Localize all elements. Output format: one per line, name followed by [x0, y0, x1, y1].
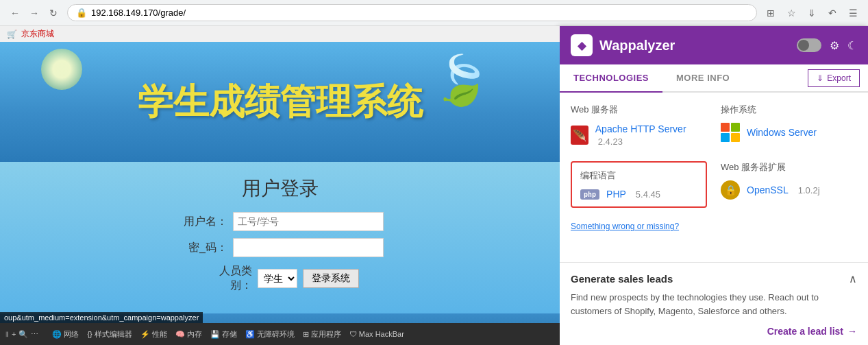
page-header: 🍃 学生成绩管理系统 — [0, 42, 560, 162]
bottom-bar-style[interactable]: {} 样式编辑器 — [87, 329, 132, 340]
status-bar: oup&utm_medium=extension&utm_campaign=wa… — [0, 312, 203, 323]
login-title: 用户登录 — [242, 176, 319, 202]
wapp-header: ◆ Wappalyzer ⚙ ☾ — [560, 26, 868, 64]
leaf-icon: 🍃 — [432, 52, 491, 108]
toggle-switch[interactable] — [797, 38, 821, 52]
sales-leads-header: Generate sales leads ∧ — [571, 272, 857, 285]
storage-icon: 💾 — [210, 330, 220, 339]
sales-leads-title: Generate sales leads — [571, 273, 673, 285]
wapp-logo-icon: ◆ — [571, 34, 593, 56]
apache-version: 2.4.23 — [598, 136, 623, 147]
win-quad-1 — [721, 123, 730, 132]
os-title: 操作系统 — [721, 104, 857, 116]
browser-right-icons: ⊞ ☆ ⇓ ↶ ☰ — [762, 5, 861, 21]
bottom-bar-network[interactable]: 🌐 网络 — [52, 329, 79, 340]
php-badge-icon: php — [580, 189, 599, 200]
memory-icon: 🧠 — [175, 330, 185, 339]
password-row: 密_码： — [176, 238, 384, 257]
web-server-ext-title: Web 服务器扩展 — [721, 161, 857, 174]
address-bar[interactable]: 🔒 192.168.149.170/grade/ — [67, 4, 757, 21]
openssl-icon: 🔒 — [721, 180, 740, 200]
bottom-bar-zoom[interactable]: 🔍 — [18, 330, 28, 339]
forward-icon[interactable]: → — [26, 5, 42, 21]
accessibility-icon: ♿ — [245, 330, 255, 339]
wapp-title: Wappalyzer — [599, 38, 675, 53]
main-wrapper: 🛒 京东商城 🍃 学生成绩管理系统 用户登录 用户名： 密_码： 人员类别： — [0, 26, 868, 345]
username-label: 用户名： — [176, 215, 227, 229]
os-section: 操作系统 Windows Server — [721, 104, 857, 147]
php-version: 5.4.45 — [636, 189, 660, 200]
bottom-bar-perf[interactable]: ⚡ 性能 — [140, 329, 167, 340]
sales-leads-section: Generate sales leads ∧ Find new prospect… — [560, 262, 868, 345]
browser-chrome: ← → ↻ 🔒 192.168.149.170/grade/ ⊞ ☆ ⇓ ↶ ☰ — [0, 0, 868, 26]
tab-more-info[interactable]: MORE INFO — [662, 64, 743, 91]
wapp-tabs: TECHNOLOGIES MORE INFO ⇓ Export — [560, 64, 868, 93]
tech-two-col: Web 服务器 🪶 Apache HTTP Server 2.4.23 操作系统 — [571, 104, 857, 222]
bottom-bar-apps[interactable]: ⊞ 应用程序 — [303, 329, 341, 340]
wappalyzer-panel: ◆ Wappalyzer ⚙ ☾ TECHNOLOGIES MORE INFO … — [560, 26, 868, 345]
bottom-bar-split[interactable]: ⦀ — [5, 330, 9, 339]
bottom-bar-add[interactable]: + — [12, 330, 16, 339]
bottom-bar-hackbar[interactable]: 🛡 Max HackBar — [349, 330, 404, 338]
username-input[interactable] — [233, 212, 384, 231]
password-label: 密_码： — [176, 241, 227, 255]
openssl-item: 🔒 OpenSSL 1.0.2j — [721, 180, 857, 200]
role-select[interactable]: 学生 — [258, 269, 297, 288]
windows-link[interactable]: Windows Server — [747, 127, 817, 138]
nav-icons: ← → ↻ — [7, 5, 62, 21]
arrow-right-icon: → — [847, 326, 857, 337]
page-title: 学生成绩管理系统 — [138, 78, 423, 126]
toggle-knob — [798, 40, 809, 51]
jd-label[interactable]: 京东商城 — [21, 28, 54, 40]
menu-icon[interactable]: ☰ — [845, 5, 861, 21]
bottom-bar: ⦀ + 🔍 ⋯ 🌐 网络 {} 样式编辑器 ⚡ 性能 🧠 内存 — [0, 323, 560, 345]
web-server-ext-section: Web 服务器扩展 🔒 OpenSSL 1.0.2j — [721, 161, 857, 208]
browser-toolbar: ← → ↻ 🔒 192.168.149.170/grade/ ⊞ ☆ ⇓ ↶ ☰ — [0, 0, 868, 25]
download-icon: ⇓ — [817, 73, 823, 83]
history-back-icon[interactable]: ↶ — [824, 5, 841, 21]
apache-icon: 🪶 — [571, 126, 588, 145]
apps-icon: ⊞ — [303, 330, 309, 339]
style-icon: {} — [87, 330, 92, 338]
windows-item: Windows Server — [721, 123, 857, 142]
php-link[interactable]: PHP — [606, 189, 626, 200]
back-icon[interactable]: ← — [7, 5, 23, 21]
wapp-content: Web 服务器 🪶 Apache HTTP Server 2.4.23 操作系统 — [560, 93, 868, 262]
download-icon[interactable]: ⇓ — [804, 5, 820, 21]
collapse-icon[interactable]: ∧ — [849, 272, 857, 285]
something-wrong-link[interactable]: Something wrong or missing? — [571, 222, 857, 231]
create-lead-button[interactable]: Create a lead list → — [571, 326, 857, 337]
perf-icon: ⚡ — [140, 330, 150, 339]
moon-icon[interactable]: ☾ — [847, 39, 857, 52]
bottom-bar-memory[interactable]: 🧠 内存 — [175, 329, 202, 340]
apache-link[interactable]: Apache HTTP Server — [595, 123, 686, 134]
apache-info: Apache HTTP Server 2.4.23 — [595, 123, 707, 147]
role-label: 人员类别： — [201, 264, 252, 293]
apache-item: 🪶 Apache HTTP Server 2.4.23 — [571, 123, 707, 147]
bottom-bar-controls: ⦀ + 🔍 ⋯ — [5, 330, 38, 339]
role-row: 人员类别： 学生 登录系统 — [201, 264, 359, 293]
win-quad-4 — [731, 133, 740, 142]
apache-feather-icon: 🪶 — [573, 129, 586, 142]
tab-technologies[interactable]: TECHNOLOGIES — [560, 64, 662, 93]
extensions-icon[interactable]: ⊞ — [762, 5, 779, 21]
username-row: 用户名： — [176, 212, 384, 231]
bookmark-icon[interactable]: ☆ — [783, 5, 799, 21]
php-highlight-box: 编程语言 php PHP 5.4.45 — [571, 161, 707, 208]
programming-section: 编程语言 php PHP 5.4.45 — [571, 161, 707, 208]
refresh-icon[interactable]: ↻ — [45, 5, 62, 21]
win-quad-3 — [721, 133, 730, 142]
sales-leads-desc: Find new prospects by the technologies t… — [571, 291, 857, 318]
bottom-bar-storage[interactable]: 💾 存储 — [210, 329, 237, 340]
export-button[interactable]: ⇓ Export — [808, 69, 860, 87]
network-icon: 🌐 — [52, 330, 62, 339]
jd-icon: 🛒 — [7, 29, 17, 39]
openssl-link[interactable]: OpenSSL — [747, 185, 789, 195]
settings-icon[interactable]: ⚙ — [830, 39, 839, 52]
login-button[interactable]: 登录系统 — [303, 269, 359, 288]
password-input[interactable] — [233, 238, 384, 257]
prog-lang-title: 编程语言 — [580, 169, 697, 182]
php-item: php PHP 5.4.45 — [580, 189, 697, 200]
bottom-bar-accessibility[interactable]: ♿ 无障碍环境 — [245, 329, 295, 340]
bottom-bar-more[interactable]: ⋯ — [31, 330, 38, 339]
